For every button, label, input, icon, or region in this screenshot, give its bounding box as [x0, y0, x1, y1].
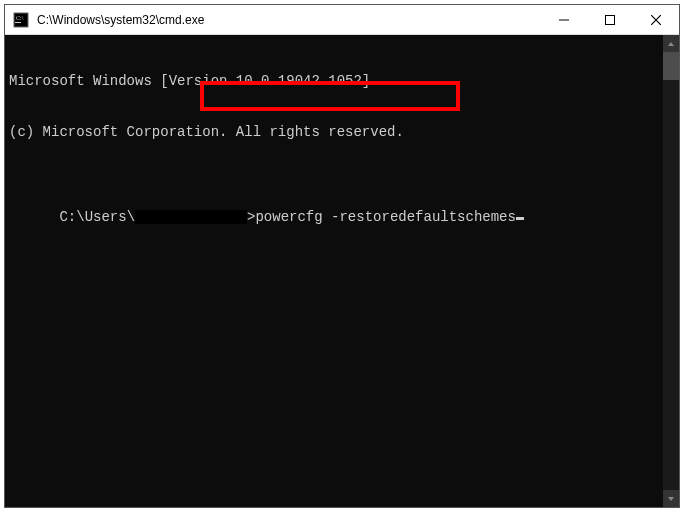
scroll-down-button[interactable] [663, 490, 679, 507]
cmd-icon: C:\ [13, 12, 29, 28]
command-text: powercfg -restoredefaultschemes [255, 209, 515, 225]
redacted-username [135, 210, 247, 224]
vertical-scrollbar[interactable] [663, 35, 679, 507]
version-line: Microsoft Windows [Version 10.0.19042.10… [9, 73, 663, 90]
maximize-button[interactable] [587, 5, 633, 34]
window-controls [541, 5, 679, 34]
scroll-thumb[interactable] [663, 52, 679, 80]
window-title: C:\Windows\system32\cmd.exe [37, 13, 541, 27]
close-button[interactable] [633, 5, 679, 34]
client-area: Microsoft Windows [Version 10.0.19042.10… [5, 35, 679, 507]
titlebar[interactable]: C:\ C:\Windows\system32\cmd.exe [5, 5, 679, 35]
prompt-line: C:\Users\>powercfg -restoredefaultscheme… [59, 209, 523, 225]
scroll-track[interactable] [663, 52, 679, 490]
svg-rect-3 [559, 19, 569, 20]
svg-rect-4 [606, 15, 615, 24]
blank-line [9, 175, 663, 192]
cursor [516, 217, 524, 220]
copyright-line: (c) Microsoft Corporation. All rights re… [9, 124, 663, 141]
svg-text:C:\: C:\ [16, 15, 24, 21]
minimize-button[interactable] [541, 5, 587, 34]
svg-rect-2 [15, 22, 21, 23]
prompt-prefix: C:\Users\ [59, 209, 135, 225]
cmd-window: C:\ C:\Windows\system32\cmd.exe Microsof… [4, 4, 680, 508]
scroll-up-button[interactable] [663, 35, 679, 52]
terminal[interactable]: Microsoft Windows [Version 10.0.19042.10… [5, 35, 663, 507]
